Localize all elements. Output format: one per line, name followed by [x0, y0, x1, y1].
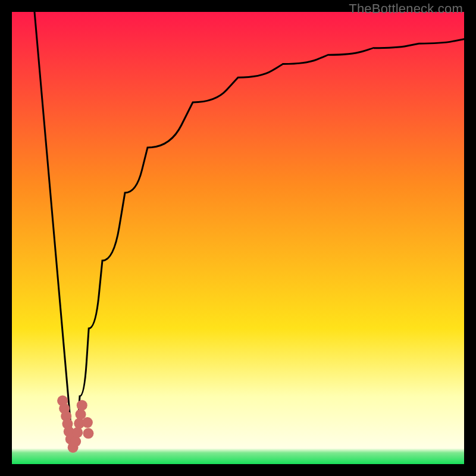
marker-dot — [70, 436, 81, 447]
marker-dot — [72, 427, 83, 438]
curve-layer — [12, 12, 464, 464]
attribution-text: TheBottleneck.com — [349, 1, 463, 17]
right-curve — [73, 39, 464, 451]
marker-dot — [83, 428, 93, 439]
marker-cluster — [57, 396, 93, 453]
marker-dot — [82, 417, 93, 428]
plot-area — [12, 12, 464, 464]
left-line — [35, 12, 73, 450]
outer-frame: TheBottleneck.com — [0, 0, 476, 476]
marker-dot — [77, 400, 87, 411]
